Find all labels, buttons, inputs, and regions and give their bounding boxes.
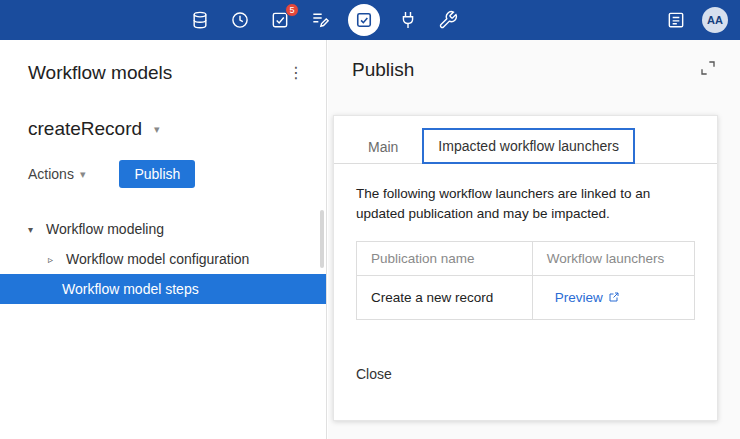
chevron-down-icon: ▾ [80,168,86,181]
external-link-icon [608,291,620,303]
expand-icon[interactable] [698,58,718,81]
column-header-publication-name: Publication name [357,241,533,275]
impact-description: The following workflow launchers are lin… [356,184,695,225]
plug-icon[interactable] [396,8,420,32]
preview-link[interactable]: Preview [547,290,620,305]
table-row: Create a new record Preview [357,275,695,319]
publish-button[interactable]: Publish [119,160,195,188]
wrench-icon[interactable] [436,8,460,32]
publish-dialog: Main Impacted workflow launchers The fol… [333,115,718,421]
actions-dropdown[interactable]: Actions ▾ [28,166,85,182]
notification-badge: 5 [285,3,299,17]
audit-icon[interactable] [308,8,332,32]
close-button[interactable]: Close [356,366,392,382]
tab-main[interactable]: Main [356,131,410,163]
publication-name-cell: Create a new record [357,275,533,319]
chevron-down-icon[interactable]: ▾ [154,123,160,136]
tab-impacted-workflow-launchers[interactable]: Impacted workflow launchers [422,128,635,164]
clock-icon[interactable] [228,8,252,32]
kebab-menu-icon[interactable]: ⋮ [288,65,304,81]
page-title: Publish [352,59,414,81]
actions-label: Actions [28,166,74,182]
database-icon[interactable] [188,8,212,32]
caret-down-icon[interactable]: ▾ [28,224,38,235]
workflow-launcher-cell: Preview [532,275,694,319]
table-header-row: Publication name Workflow launchers [357,241,695,275]
tree-item-workflow-model-configuration[interactable]: ▹ Workflow model configuration [0,244,326,274]
tree-item-workflow-model-steps[interactable]: Workflow model steps [0,274,326,304]
publish-panel: Publish Main Impacted workflow launchers… [328,40,740,439]
column-header-workflow-launchers: Workflow launchers [532,241,694,275]
workflow-tree: ▾ Workflow modeling ▹ Workflow model con… [0,214,326,304]
topbar-icon-group: 5 [188,0,460,40]
caret-right-icon[interactable]: ▹ [48,254,58,265]
topbar-right-group: AA [664,0,728,40]
launchers-table: Publication name Workflow launchers Crea… [356,241,695,320]
model-name: createRecord [28,118,142,140]
checklist-icon[interactable] [348,4,380,36]
activity-feed-icon[interactable] [664,8,688,32]
scrollbar-thumb[interactable] [320,210,324,268]
avatar[interactable]: AA [702,7,728,33]
topbar: 5 [0,0,740,40]
tab-bar: Main Impacted workflow launchers [334,116,717,164]
tasks-icon[interactable]: 5 [268,8,292,32]
left-panel: Workflow models ⋮ createRecord ▾ Actions… [0,40,327,439]
tree-item-label: Workflow modeling [46,221,164,237]
panel-title: Workflow models [28,62,172,84]
tree-item-workflow-modeling[interactable]: ▾ Workflow modeling [0,214,326,244]
tree-item-label: Workflow model steps [62,281,199,297]
preview-link-label: Preview [555,290,603,305]
tree-item-label: Workflow model configuration [66,251,249,267]
